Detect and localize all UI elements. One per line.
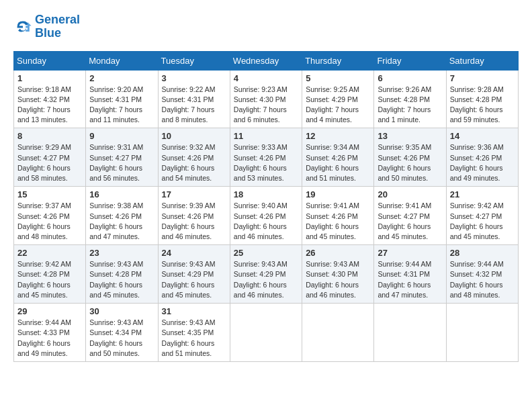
calendar-day-cell: 6 Sunrise: 9:26 AMSunset: 4:28 PMDayligh…	[374, 70, 446, 128]
day-detail: Sunrise: 9:26 AMSunset: 4:28 PMDaylight:…	[378, 85, 431, 124]
logo-text: General Blue	[35, 13, 80, 40]
day-detail: Sunrise: 9:20 AMSunset: 4:31 PMDaylight:…	[89, 85, 143, 124]
calendar-day-cell: 1 Sunrise: 9:18 AMSunset: 4:32 PMDayligh…	[14, 70, 86, 128]
day-of-week-header: Friday	[374, 51, 446, 70]
day-number: 16	[89, 189, 154, 199]
calendar-day-cell: 31 Sunrise: 9:43 AMSunset: 4:35 PMDaylig…	[158, 304, 230, 362]
calendar-day-cell: 30 Sunrise: 9:43 AMSunset: 4:34 PMDaylig…	[86, 304, 158, 362]
calendar-day-cell: 22 Sunrise: 9:42 AMSunset: 4:28 PMDaylig…	[14, 245, 86, 304]
day-number: 12	[306, 131, 370, 141]
day-detail: Sunrise: 9:39 AMSunset: 4:26 PMDaylight:…	[162, 201, 216, 240]
calendar-day-cell: 11 Sunrise: 9:33 AMSunset: 4:26 PMDaylig…	[230, 128, 302, 187]
calendar-week-row: 15 Sunrise: 9:37 AMSunset: 4:26 PMDaylig…	[14, 187, 519, 245]
day-number: 19	[306, 189, 370, 199]
day-detail: Sunrise: 9:23 AMSunset: 4:30 PMDaylight:…	[234, 85, 287, 124]
day-detail: Sunrise: 9:44 AMSunset: 4:33 PMDaylight:…	[17, 318, 71, 357]
day-detail: Sunrise: 9:42 AMSunset: 4:28 PMDaylight:…	[17, 260, 71, 299]
day-detail: Sunrise: 9:43 AMSunset: 4:28 PMDaylight:…	[89, 260, 143, 299]
day-number: 20	[378, 189, 442, 199]
day-detail: Sunrise: 9:28 AMSunset: 4:28 PMDaylight:…	[450, 85, 504, 124]
day-detail: Sunrise: 9:43 AMSunset: 4:30 PMDaylight:…	[306, 260, 359, 299]
day-number: 8	[17, 131, 82, 141]
day-detail: Sunrise: 9:25 AMSunset: 4:29 PMDaylight:…	[306, 85, 359, 124]
calendar-week-row: 22 Sunrise: 9:42 AMSunset: 4:28 PMDaylig…	[14, 245, 519, 304]
calendar-day-cell: 18 Sunrise: 9:40 AMSunset: 4:26 PMDaylig…	[230, 187, 302, 245]
empty-cell	[230, 304, 302, 362]
calendar-day-cell: 2 Sunrise: 9:20 AMSunset: 4:31 PMDayligh…	[86, 70, 158, 128]
day-detail: Sunrise: 9:44 AMSunset: 4:31 PMDaylight:…	[378, 260, 431, 299]
day-detail: Sunrise: 9:18 AMSunset: 4:32 PMDaylight:…	[17, 85, 71, 124]
day-detail: Sunrise: 9:43 AMSunset: 4:29 PMDaylight:…	[234, 260, 287, 299]
day-number: 31	[162, 306, 226, 316]
calendar-day-cell: 8 Sunrise: 9:29 AMSunset: 4:27 PMDayligh…	[14, 128, 86, 187]
day-detail: Sunrise: 9:29 AMSunset: 4:27 PMDaylight:…	[17, 143, 71, 182]
empty-cell	[374, 304, 446, 362]
day-number: 30	[89, 306, 154, 316]
day-detail: Sunrise: 9:44 AMSunset: 4:32 PMDaylight:…	[450, 260, 504, 299]
day-number: 6	[378, 73, 442, 83]
day-detail: Sunrise: 9:42 AMSunset: 4:27 PMDaylight:…	[450, 201, 504, 240]
calendar-day-cell: 23 Sunrise: 9:43 AMSunset: 4:28 PMDaylig…	[86, 245, 158, 304]
calendar-day-cell: 9 Sunrise: 9:31 AMSunset: 4:27 PMDayligh…	[86, 128, 158, 187]
day-number: 13	[378, 131, 442, 141]
day-of-week-header: Wednesday	[230, 51, 302, 70]
page-header: General Blue	[13, 13, 519, 40]
logo: General Blue	[13, 13, 80, 40]
day-number: 28	[450, 248, 515, 258]
day-of-week-header: Saturday	[446, 51, 518, 70]
day-number: 9	[89, 131, 154, 141]
calendar-day-cell: 28 Sunrise: 9:44 AMSunset: 4:32 PMDaylig…	[446, 245, 518, 304]
day-of-week-header: Sunday	[14, 51, 86, 70]
calendar-day-cell: 24 Sunrise: 9:43 AMSunset: 4:29 PMDaylig…	[158, 245, 230, 304]
day-number: 27	[378, 248, 442, 258]
day-number: 22	[17, 248, 82, 258]
day-detail: Sunrise: 9:38 AMSunset: 4:26 PMDaylight:…	[89, 201, 143, 240]
calendar-day-cell: 26 Sunrise: 9:43 AMSunset: 4:30 PMDaylig…	[302, 245, 374, 304]
day-number: 17	[162, 189, 226, 199]
calendar-day-cell: 15 Sunrise: 9:37 AMSunset: 4:26 PMDaylig…	[14, 187, 86, 245]
day-number: 4	[234, 73, 298, 83]
day-detail: Sunrise: 9:41 AMSunset: 4:26 PMDaylight:…	[306, 201, 359, 240]
day-detail: Sunrise: 9:41 AMSunset: 4:27 PMDaylight:…	[378, 201, 431, 240]
calendar-day-cell: 19 Sunrise: 9:41 AMSunset: 4:26 PMDaylig…	[302, 187, 374, 245]
day-number: 15	[17, 189, 82, 199]
calendar-day-cell: 4 Sunrise: 9:23 AMSunset: 4:30 PMDayligh…	[230, 70, 302, 128]
day-number: 25	[234, 248, 298, 258]
empty-cell	[446, 304, 518, 362]
calendar-table: SundayMondayTuesdayWednesdayThursdayFrid…	[13, 51, 519, 362]
day-of-week-header: Thursday	[302, 51, 374, 70]
day-number: 11	[234, 131, 298, 141]
calendar-day-cell: 29 Sunrise: 9:44 AMSunset: 4:33 PMDaylig…	[14, 304, 86, 362]
day-detail: Sunrise: 9:37 AMSunset: 4:26 PMDaylight:…	[17, 201, 71, 240]
day-number: 2	[89, 73, 154, 83]
calendar-day-cell: 5 Sunrise: 9:25 AMSunset: 4:29 PMDayligh…	[302, 70, 374, 128]
day-detail: Sunrise: 9:34 AMSunset: 4:26 PMDaylight:…	[306, 143, 359, 182]
calendar-day-cell: 27 Sunrise: 9:44 AMSunset: 4:31 PMDaylig…	[374, 245, 446, 304]
day-number: 7	[450, 73, 515, 83]
day-number: 29	[17, 306, 82, 316]
day-number: 10	[162, 131, 226, 141]
logo-icon	[13, 17, 32, 36]
day-detail: Sunrise: 9:22 AMSunset: 4:31 PMDaylight:…	[162, 85, 216, 124]
day-detail: Sunrise: 9:40 AMSunset: 4:26 PMDaylight:…	[234, 201, 287, 240]
day-number: 14	[450, 131, 515, 141]
day-of-week-header: Monday	[86, 51, 158, 70]
day-number: 5	[306, 73, 370, 83]
calendar-day-cell: 3 Sunrise: 9:22 AMSunset: 4:31 PMDayligh…	[158, 70, 230, 128]
day-number: 18	[234, 189, 298, 199]
calendar-day-cell: 12 Sunrise: 9:34 AMSunset: 4:26 PMDaylig…	[302, 128, 374, 187]
day-detail: Sunrise: 9:35 AMSunset: 4:26 PMDaylight:…	[378, 143, 431, 182]
day-number: 24	[162, 248, 226, 258]
day-detail: Sunrise: 9:32 AMSunset: 4:26 PMDaylight:…	[162, 143, 216, 182]
day-detail: Sunrise: 9:33 AMSunset: 4:26 PMDaylight:…	[234, 143, 287, 182]
calendar-day-cell: 17 Sunrise: 9:39 AMSunset: 4:26 PMDaylig…	[158, 187, 230, 245]
day-detail: Sunrise: 9:43 AMSunset: 4:34 PMDaylight:…	[89, 318, 143, 357]
calendar-day-cell: 21 Sunrise: 9:42 AMSunset: 4:27 PMDaylig…	[446, 187, 518, 245]
day-detail: Sunrise: 9:31 AMSunset: 4:27 PMDaylight:…	[89, 143, 143, 182]
calendar-week-row: 1 Sunrise: 9:18 AMSunset: 4:32 PMDayligh…	[14, 70, 519, 128]
day-number: 23	[89, 248, 154, 258]
day-number: 26	[306, 248, 370, 258]
calendar-day-cell: 7 Sunrise: 9:28 AMSunset: 4:28 PMDayligh…	[446, 70, 518, 128]
empty-cell	[302, 304, 374, 362]
calendar-week-row: 29 Sunrise: 9:44 AMSunset: 4:33 PMDaylig…	[14, 304, 519, 362]
